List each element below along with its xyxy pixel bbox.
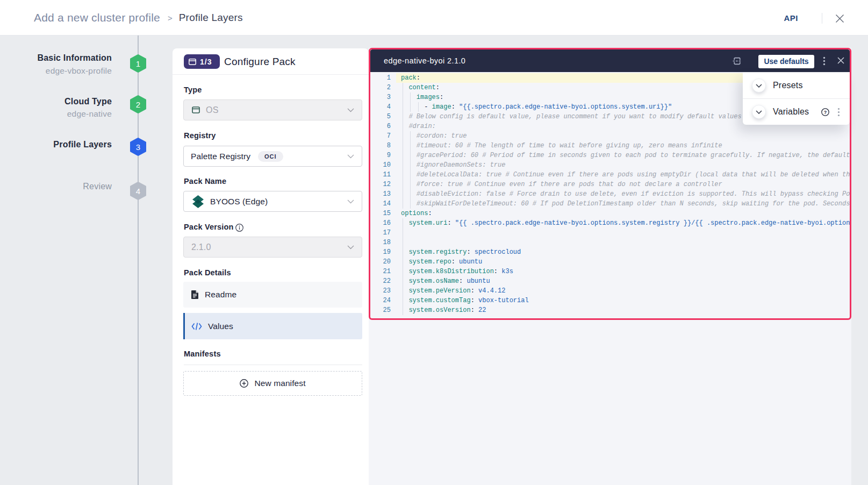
svg-text:?: ? xyxy=(824,110,827,115)
